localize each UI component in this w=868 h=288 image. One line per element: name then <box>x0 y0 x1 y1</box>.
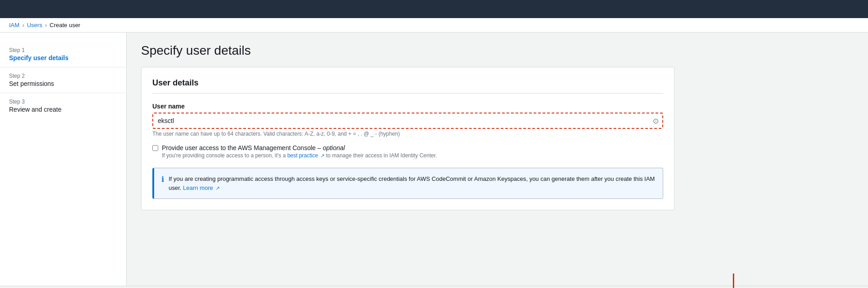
breadcrumb-iam[interactable]: IAM <box>9 22 19 28</box>
sidebar-step-3[interactable]: Step 3 Review and create <box>0 93 126 118</box>
console-access-row: Provide user access to the AWS Managemen… <box>152 144 663 159</box>
sidebar-step-2[interactable]: Step 2 Set permissions <box>0 67 126 93</box>
username-label: User name <box>152 103 663 110</box>
username-field: User name ⊙ The user name can have up to… <box>152 103 663 137</box>
username-hint: The user name can have up to 64 characte… <box>152 131 663 137</box>
breadcrumb: IAM › Users › Create user <box>0 18 868 33</box>
username-input[interactable] <box>152 113 663 129</box>
content-area: Specify user details User details User n… <box>127 33 868 286</box>
main-layout: Step 1 Specify user details Step 2 Set p… <box>0 33 868 286</box>
info-icon: ℹ <box>161 175 164 184</box>
console-access-checkbox[interactable] <box>152 145 158 151</box>
step-2-title: Set permissions <box>9 80 117 87</box>
console-access-label: Provide user access to the AWS Managemen… <box>162 144 437 151</box>
sidebar: Step 1 Specify user details Step 2 Set p… <box>0 33 127 286</box>
sidebar-step-1[interactable]: Step 1 Specify user details <box>0 42 126 67</box>
step-3-number: Step 3 <box>9 99 117 105</box>
best-practice-link[interactable]: best practice ↗ <box>287 152 324 159</box>
copy-icon: ⊙ <box>653 117 659 125</box>
breadcrumb-sep-1: › <box>22 22 24 28</box>
step-1-title: Specify user details <box>9 54 117 61</box>
breadcrumb-current: Create user <box>50 22 80 28</box>
step-1-number: Step 1 <box>9 47 117 53</box>
step-3-title: Review and create <box>9 106 117 113</box>
card-title: User details <box>152 78 663 94</box>
user-details-card: User details User name ⊙ The user name c… <box>141 67 675 210</box>
learn-more-link[interactable]: Learn more ↗ <box>183 184 220 191</box>
info-box-text: If you are creating programmatic access … <box>169 175 656 192</box>
arrow-shaft <box>733 274 734 288</box>
console-access-label-wrapper: Provide user access to the AWS Managemen… <box>162 144 437 159</box>
username-input-wrapper: ⊙ <box>152 113 663 129</box>
step-2-number: Step 2 <box>9 73 117 79</box>
learn-more-external-icon: ↗ <box>216 184 220 192</box>
console-access-sublabel: If you're providing console access to a … <box>162 152 437 159</box>
breadcrumb-sep-2: › <box>45 22 47 28</box>
top-bar <box>0 0 868 18</box>
footer: Cancel Next <box>0 286 868 288</box>
page-title: Specify user details <box>141 43 854 58</box>
external-link-icon: ↗ <box>321 153 325 159</box>
breadcrumb-users[interactable]: Users <box>27 22 42 28</box>
info-box: ℹ If you are creating programmatic acces… <box>152 168 663 199</box>
